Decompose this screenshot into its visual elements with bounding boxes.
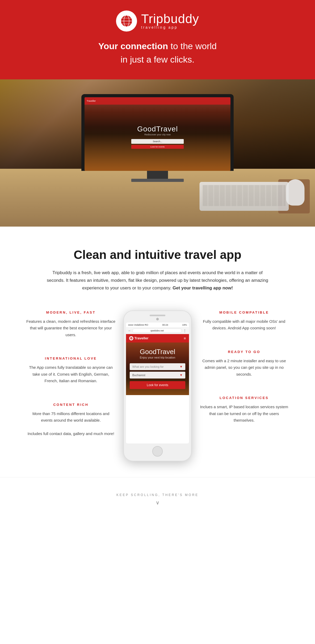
tagline-line2: in just a few clicks. — [120, 54, 195, 64]
app-globe-icon — [129, 336, 133, 340]
screen-search-box: Search... — [131, 139, 184, 144]
feature-content-desc: More than 75 millions different location… — [26, 410, 116, 437]
features-section: Clean and intuitive travel app Tripbuddy… — [0, 227, 315, 477]
brand-sub: travelling app — [141, 25, 199, 29]
monitor-screen: Traveller GoodTravel Rediscover your cit… — [85, 97, 230, 171]
screen-search-btn: Look for events — [131, 145, 184, 149]
monitor-stand — [147, 171, 168, 179]
logo-text: Tripbuddy travelling app — [141, 13, 199, 29]
right-features-column: MOBILE COMPATIBLE Fully compatible with … — [200, 310, 289, 424]
keep-scrolling-text: KEEP SCROLLING, THERE'S MORE — [5, 493, 310, 497]
feature-location-title: LOCATION SERVICES — [200, 396, 289, 400]
feature-intl-desc: The App comes fully translatable so anyo… — [26, 364, 116, 384]
feature-mobile-title: MOBILE COMPATIBLE — [200, 310, 289, 314]
feature-ready-desc: Comes with a 2 minute installer and easy… — [200, 357, 289, 378]
phone-app-navbar: Traveller ≡ — [126, 334, 189, 343]
phone-camera — [156, 318, 159, 320]
feature-content-rich: CONTENT RICH More than 75 millions diffe… — [26, 403, 116, 437]
feature-mobile-desc: Fully compatible with all major mobile O… — [200, 318, 289, 331]
phone-search-placeholder: What are you looking for — [132, 365, 164, 368]
feature-modern-desc: Features a clean, modern and refreshless… — [26, 318, 116, 338]
phone-home-button[interactable] — [152, 446, 163, 457]
phone-app-title: GoodTravel — [130, 348, 185, 356]
feature-ready-title: READY TO GO — [200, 350, 289, 354]
features-title: Clean and intuitive travel app — [16, 248, 299, 262]
header-logo: Tripbuddy travelling app — [5, 11, 310, 32]
monitor-mockup: Traveller GoodTravel Rediscover your cit… — [66, 94, 249, 182]
three-column-layout: MODERN, LIVE, FAST Features a clean, mod… — [16, 310, 299, 461]
feature-mobile-compatible: MOBILE COMPATIBLE Fully compatible with … — [200, 310, 289, 331]
footer-cta-section: KEEP SCROLLING, THERE'S MORE ∨ — [0, 477, 315, 516]
features-desc-text: Tripbuddy is a fresh, live web app, able… — [47, 270, 268, 290]
browser-more-icon[interactable]: ⋮ — [183, 329, 187, 333]
screen-nav-label: Traveller — [87, 100, 96, 102]
phone-status-bar: oooo Vodafone RO 00:24 19% — [126, 323, 189, 328]
header-tagline: Your connection to the world in just a f… — [5, 39, 310, 66]
phone-location-dropdown-icon[interactable]: ▼ — [180, 373, 183, 377]
app-nav-label: Traveller — [134, 336, 149, 340]
feature-location-services: LOCATION SERVICES Inclues a smart, IP ba… — [200, 396, 289, 424]
desk-mouse — [286, 179, 304, 206]
brand-name: Tripbuddy — [141, 13, 199, 25]
chevron-down-icon: ∨ — [5, 499, 310, 506]
feature-international-love: INTERNATIONAL LOVE The App comes fully t… — [26, 356, 116, 384]
app-nav-traveller: Traveller — [129, 336, 149, 340]
hamburger-icon[interactable]: ≡ — [184, 336, 186, 340]
features-desc-bold: Get your travelling app now! — [173, 285, 233, 290]
feature-ready-to-go: READY TO GO Comes with a 2 minute instal… — [200, 350, 289, 378]
browser-back-icon[interactable]: ← — [128, 329, 131, 333]
phone-browser-bar: ← qwebdev.net ⋮ — [126, 328, 189, 334]
feature-modern-title: MODERN, LIVE, FAST — [26, 310, 116, 314]
screen-content: Traveller GoodTravel Rediscover your cit… — [85, 97, 230, 171]
phone-time: 00:24 — [162, 324, 168, 326]
features-description: Tripbuddy is a fresh, live web app, able… — [45, 269, 270, 292]
header-section: Tripbuddy travelling app Your connection… — [0, 0, 315, 79]
left-features-column: MODERN, LIVE, FAST Features a clean, mod… — [26, 310, 116, 437]
phone-search-row[interactable]: What are you looking for ▼ — [130, 363, 185, 370]
tagline-bold: Your connection — [98, 41, 168, 51]
phone-location-row[interactable]: Bucharest ▼ — [130, 372, 185, 379]
feature-location-desc: Inclues a smart, IP based location servi… — [200, 403, 289, 424]
screen-nav-bar: Traveller — [85, 97, 230, 105]
screen-app-subtitle: Rediscover your city now — [131, 133, 184, 136]
screen-overlay: GoodTravel Rediscover your city now Sear… — [131, 120, 184, 149]
feature-content-title: CONTENT RICH — [26, 403, 116, 407]
phone-carrier: oooo Vodafone RO — [128, 324, 148, 326]
phone-search-button[interactable]: Look for events — [130, 381, 185, 389]
phone-url-bar[interactable]: qwebdev.net — [132, 329, 182, 333]
feature-intl-title: INTERNATIONAL LOVE — [26, 356, 116, 360]
phone-location-value: Bucharest — [132, 374, 145, 377]
tagline-rest: to the world — [168, 41, 217, 51]
center-phone-column: oooo Vodafone RO 00:24 19% ← qwebdev.net… — [121, 310, 194, 461]
logo-globe-icon — [116, 11, 137, 32]
phone-mockup: oooo Vodafone RO 00:24 19% ← qwebdev.net… — [123, 310, 192, 461]
phone-battery: 19% — [182, 324, 187, 326]
feature-modern-live-fast: MODERN, LIVE, FAST Features a clean, mod… — [26, 310, 116, 338]
phone-screen: oooo Vodafone RO 00:24 19% ← qwebdev.net… — [126, 323, 189, 443]
phone-search-dropdown-icon[interactable]: ▼ — [180, 365, 183, 369]
phone-hero-area: GoodTravel Enjoy your next trip location… — [126, 343, 189, 395]
desk-keyboard — [200, 182, 289, 211]
phone-speaker — [150, 315, 165, 316]
monitor-base — [131, 179, 184, 182]
monitor: Traveller GoodTravel Rediscover your cit… — [81, 94, 234, 182]
phone-app-subtitle: Enjoy your next trip location — [130, 356, 185, 359]
monitor-outer: Traveller GoodTravel Rediscover your cit… — [81, 94, 234, 171]
hero-image-section: Traveller GoodTravel Rediscover your cit… — [0, 79, 315, 227]
screen-app-title: GoodTravel — [131, 125, 184, 133]
